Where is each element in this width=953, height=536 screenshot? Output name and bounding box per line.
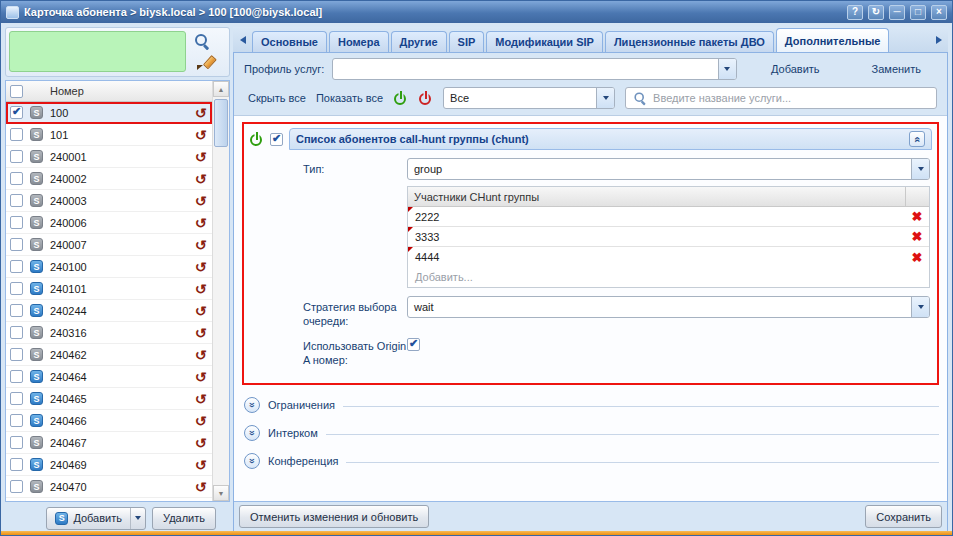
table-row[interactable]: 240101 [6,278,212,300]
row-checkbox[interactable] [10,172,23,185]
table-row[interactable]: 240462 [6,344,212,366]
scrollbar-track[interactable] [213,97,229,485]
member-number[interactable]: 3333 [408,231,905,243]
row-checkbox[interactable] [10,326,23,339]
history-icon[interactable] [193,216,208,230]
history-icon[interactable] [193,304,208,318]
expand-section-icon[interactable] [244,397,260,413]
delete-member-icon[interactable] [905,251,929,264]
row-checkbox[interactable] [10,106,23,119]
tab[interactable]: Номера [329,31,389,52]
table-row[interactable]: 240244 [6,300,212,322]
row-checkbox[interactable] [10,150,23,163]
add-dropdown-arrow-icon[interactable] [130,508,145,529]
table-row[interactable]: 240316 [6,322,212,344]
scroll-down-icon[interactable]: ▼ [213,485,229,501]
delete-member-icon[interactable] [905,210,929,223]
table-row[interactable]: 101 [6,124,212,146]
row-checkbox[interactable] [10,238,23,251]
collapsed-section-label[interactable]: Конференция [268,455,338,467]
scrollbar-thumb[interactable] [214,99,228,147]
refresh-icon[interactable]: ↻ [868,5,884,20]
chunt-section-header[interactable]: Список абонентов call-hunt группы (chunt… [289,128,932,150]
list-scrollbar[interactable]: ▲ ▼ [212,81,229,501]
history-icon[interactable] [193,172,208,186]
row-checkbox[interactable] [10,216,23,229]
table-row[interactable]: 240466 [6,410,212,432]
row-checkbox[interactable] [10,480,23,493]
history-icon[interactable] [193,128,208,142]
table-row[interactable]: 240001 [6,146,212,168]
table-row[interactable]: 240467 [6,432,212,454]
row-checkbox[interactable] [10,414,23,427]
delete-subscriber-button[interactable]: Удалить [152,507,216,530]
close-icon[interactable]: × [931,5,947,20]
history-icon[interactable] [193,194,208,208]
table-row[interactable]: 240002 [6,168,212,190]
maximize-icon[interactable]: □ [910,5,926,20]
history-icon[interactable] [193,150,208,164]
history-icon[interactable] [193,436,208,450]
strategy-combobox[interactable]: wait [407,296,930,318]
row-checkbox[interactable] [10,194,23,207]
member-add-row[interactable]: Добавить... [408,267,929,287]
history-icon[interactable] [193,238,208,252]
history-icon[interactable] [193,414,208,428]
power-off-icon[interactable] [418,91,433,106]
history-icon[interactable] [193,480,208,494]
expand-section-icon[interactable] [244,425,260,441]
table-row[interactable]: 240100 [6,256,212,278]
history-icon[interactable] [193,106,208,120]
select-all-checkbox[interactable] [10,85,23,98]
origin-checkbox[interactable] [407,338,420,351]
service-profile-combobox[interactable] [332,58,737,80]
cancel-refresh-button[interactable]: Отменить изменения и обновить [239,505,429,528]
table-row[interactable]: 240470 [6,476,212,498]
combo-dropdown-icon[interactable] [718,59,736,79]
row-checkbox[interactable] [10,392,23,405]
add-subscriber-button[interactable]: Добавить [46,507,146,530]
delete-member-icon[interactable] [905,230,929,243]
collapsed-section-label[interactable]: Интерком [268,427,318,439]
table-row[interactable]: 240464 [6,366,212,388]
row-checkbox[interactable] [10,304,23,317]
collapsed-section-label[interactable]: Ограничения [268,399,335,411]
minimize-icon[interactable]: ─ [889,5,905,20]
tab[interactable]: Дополнительные [776,28,890,52]
chunt-enabled-checkbox[interactable] [270,133,283,146]
tabs-scroll-left-icon[interactable] [235,30,250,50]
services-filter-combobox[interactable]: Все [443,87,615,109]
history-icon[interactable] [193,282,208,296]
profile-add-link[interactable]: Добавить [771,63,820,75]
edit-pencil-icon[interactable] [196,54,212,70]
tab[interactable]: SIP [449,31,485,52]
history-icon[interactable] [193,260,208,274]
tab[interactable]: Лицензионные пакеты ДВО [605,31,774,52]
row-checkbox[interactable] [10,458,23,471]
hide-all-link[interactable]: Скрыть все [248,92,306,104]
table-row[interactable] [6,498,212,501]
save-button[interactable]: Сохранить [865,505,942,528]
scroll-up-icon[interactable]: ▲ [213,81,229,97]
history-icon[interactable] [193,370,208,384]
subscriber-search-input[interactable] [9,31,186,72]
service-search-input[interactable] [653,92,930,104]
table-row[interactable]: 240006 [6,212,212,234]
table-row[interactable]: 240003 [6,190,212,212]
tab[interactable]: Основные [252,31,327,52]
history-icon[interactable] [193,326,208,340]
table-row[interactable]: 240007 [6,234,212,256]
service-search-box[interactable] [625,87,937,109]
combo-dropdown-icon[interactable] [596,88,614,108]
combo-dropdown-icon[interactable] [911,159,929,179]
member-number[interactable]: 4444 [408,251,905,263]
row-checkbox[interactable] [10,282,23,295]
show-all-link[interactable]: Показать все [316,92,383,104]
row-checkbox[interactable] [10,436,23,449]
table-row[interactable]: 100 [6,102,212,124]
tab[interactable]: Модификации SIP [486,31,603,52]
row-checkbox[interactable] [10,370,23,383]
history-icon[interactable] [193,348,208,362]
table-row[interactable]: 240465 [6,388,212,410]
type-combobox[interactable]: group [407,158,930,180]
